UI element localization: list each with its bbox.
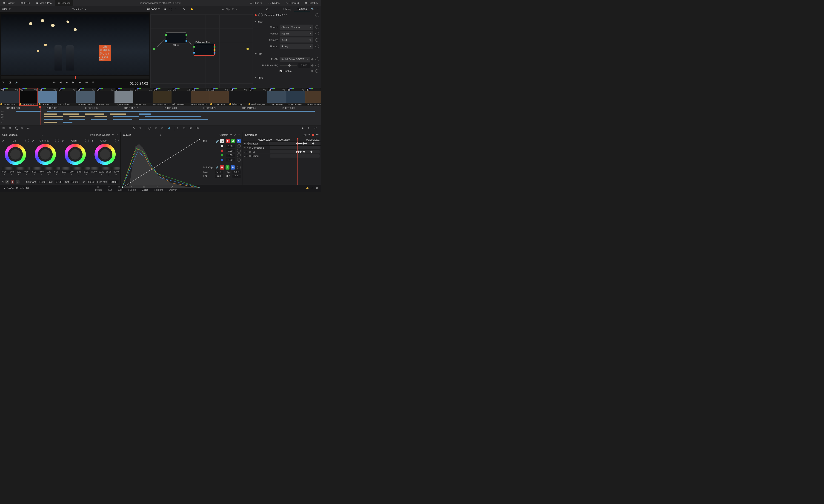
thumbnail[interactable]: 11V1DSCF6236.MOV <box>191 88 210 106</box>
reset-icon[interactable] <box>237 149 241 152</box>
tab-luts[interactable]: ▤LUTs <box>18 0 33 6</box>
timeline-clip[interactable] <box>44 116 63 117</box>
timeline-clip[interactable] <box>44 119 63 120</box>
keyframe-diamond[interactable] <box>248 150 251 153</box>
hs-value[interactable]: 0.0 <box>232 174 241 178</box>
reset-icon[interactable] <box>85 139 89 142</box>
intensity-g[interactable]: 100 <box>226 154 235 157</box>
profile-select[interactable]: Kodak Vision3 500T <box>280 57 310 62</box>
reset-icon[interactable] <box>115 139 119 142</box>
master-timecode[interactable]: 01:54:59:01 <box>145 8 163 11</box>
qualifier-icon[interactable]: ◯ <box>148 127 152 131</box>
eyedropper-icon[interactable]: ✎ <box>2 81 7 86</box>
ls-value[interactable]: 0.0 <box>215 174 223 178</box>
blur-icon[interactable]: ▯ <box>177 127 181 131</box>
picker-icon[interactable]: ⊕ <box>32 139 34 142</box>
tab-clips[interactable]: ▭Clips <box>247 0 265 6</box>
timeline-clip[interactable] <box>70 119 85 120</box>
keyframe-track[interactable]: ●▸Sizing <box>243 154 321 158</box>
3d-icon[interactable]: 3D <box>196 127 200 131</box>
channel-b[interactable]: B <box>236 139 241 143</box>
more-icon[interactable]: ⋯ <box>273 6 278 12</box>
pullpush-value[interactable]: 0.000 <box>298 63 310 68</box>
thumbnail[interactable]: 07V1DJI_0062.MOV <box>114 88 133 106</box>
auto-balance-icon[interactable]: ✎ <box>2 180 4 183</box>
go-start-icon[interactable]: ⏮ <box>53 81 58 86</box>
tab-timeline[interactable]: ≡Timeline <box>56 0 73 6</box>
info-icon[interactable]: ⓘ <box>314 127 319 131</box>
wheel-value[interactable]: 0.00 <box>8 170 15 173</box>
viewer-image[interactable]: 2階貸切宴会承ります.045-663-1990 <box>1 14 149 75</box>
timeline-clip[interactable] <box>145 116 201 117</box>
timeline-clip[interactable] <box>63 122 73 123</box>
timeline-clip[interactable] <box>110 114 126 115</box>
intensity-r[interactable]: 100 <box>226 149 235 152</box>
page-2[interactable]: 2 <box>16 180 19 183</box>
node-graph[interactable]: 01 ▭ Dehancer Film ... <box>150 12 253 88</box>
go-end-icon[interactable]: ⏭ <box>85 81 90 86</box>
timeline-clip[interactable] <box>47 111 315 112</box>
expand-icon[interactable]: ▸ <box>247 154 248 157</box>
page-1[interactable]: 1 <box>11 180 14 183</box>
link-icon[interactable]: 🔗 <box>216 140 219 143</box>
keyframe-track[interactable]: ●▸Corrector 1 <box>243 146 321 150</box>
timeline-clip[interactable] <box>16 111 41 112</box>
jog-wheel[interactable] <box>61 167 90 169</box>
wheel-value[interactable]: 0.00 <box>53 170 60 173</box>
channel-r[interactable]: R <box>226 139 230 143</box>
thumbnail[interactable]: 02V1DSCF6229.M... <box>19 88 38 106</box>
timeline-clip[interactable] <box>113 119 132 120</box>
wheel-value[interactable]: 1.00 <box>83 170 90 173</box>
channel-g[interactable]: G <box>231 139 235 143</box>
page-media[interactable]: ▭Media <box>95 185 102 191</box>
tracking-icon[interactable]: ⊕ <box>161 127 165 131</box>
section-film[interactable]: Film <box>253 51 321 56</box>
picker-icon[interactable]: ⊕ <box>62 139 64 142</box>
scopes-icon[interactable]: ⫿ <box>308 127 312 131</box>
expand-icon[interactable]: ▸ <box>247 146 248 149</box>
color-picker-icon[interactable]: ◉ <box>163 6 168 12</box>
low-value[interactable]: 50.0 <box>215 170 223 174</box>
intensity-y[interactable]: 100 <box>226 144 235 148</box>
contrast-value[interactable]: 1.000 <box>37 180 46 183</box>
color-wheel[interactable] <box>35 144 56 165</box>
vendor-select[interactable]: Fujifilm <box>280 31 313 36</box>
link-icon[interactable]: 🔗 <box>215 166 219 169</box>
high-value[interactable]: 50.0 <box>232 170 241 174</box>
reset-icon[interactable] <box>237 153 241 157</box>
motion-effects-icon[interactable]: ▭ <box>27 127 31 131</box>
more-icon[interactable]: ⋯ <box>116 133 118 136</box>
reset-vendor[interactable] <box>315 32 319 35</box>
timeline-clip[interactable] <box>113 116 138 117</box>
wheel-value[interactable]: 0.00 <box>16 170 22 173</box>
section-input[interactable]: Input <box>253 19 321 24</box>
expand-icon[interactable]: ⤢ <box>234 133 236 136</box>
wheel-value[interactable]: 25.00 <box>113 170 120 173</box>
play-icon[interactable]: ▶ <box>73 81 77 86</box>
softclip-r[interactable]: R <box>220 165 224 169</box>
thumbnail[interactable]: 06V1exposure.mov <box>95 88 114 106</box>
reset-profile[interactable] <box>315 57 319 61</box>
step-back-icon[interactable]: ◀ <box>60 81 64 86</box>
sat-value[interactable]: 50.00 <box>70 180 80 183</box>
auto-icon[interactable]: A <box>5 180 9 183</box>
pointer-tool[interactable]: ↖ <box>181 6 187 12</box>
step-fwd-icon[interactable]: ▶ <box>79 81 84 86</box>
timeline-clip[interactable] <box>91 119 107 120</box>
color-wheel[interactable] <box>65 144 86 165</box>
keyframe-diamond[interactable] <box>311 70 313 72</box>
thumbnail[interactable]: 08V1contrast.mov <box>133 88 152 106</box>
split-view-icon[interactable]: ◨ <box>9 81 13 86</box>
keyframe-track[interactable]: ●Master <box>243 141 321 146</box>
wheel-value[interactable]: 0.00 <box>23 170 30 173</box>
softclip-b[interactable]: B <box>231 165 235 169</box>
reset-camera[interactable] <box>315 38 319 42</box>
lock-icon[interactable]: ● <box>244 155 246 157</box>
wheel-value[interactable]: 1.00 <box>68 170 75 173</box>
lock-icon[interactable]: ● <box>244 142 246 145</box>
reset-icon[interactable] <box>237 166 241 169</box>
hand-tool[interactable]: ✋ <box>189 6 195 12</box>
thumbnail[interactable]: 04V1push:pull.mov <box>57 88 76 106</box>
color-match-icon[interactable]: ▦ <box>9 127 13 131</box>
softclip-g[interactable]: G <box>225 165 229 169</box>
